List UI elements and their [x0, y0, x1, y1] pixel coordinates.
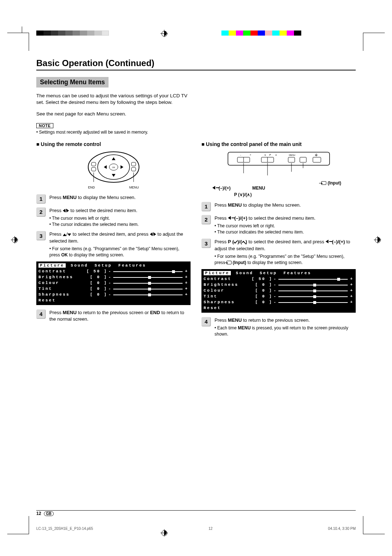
osd-tab: Features — [117, 263, 148, 268]
left-step-4: 4 Press MENU to return to the previous s… — [36, 309, 191, 322]
footer-meta: LC-13_15_20SH1E_E_P10-14.p65 12 04.10.4,… — [36, 527, 356, 531]
svg-text:+: + — [250, 154, 251, 156]
volume-icon — [212, 186, 217, 190]
step-text: Press MENU to display the Menu screen. — [49, 195, 136, 200]
column-remote: Using the remote control OK — [36, 141, 191, 341]
footer-timestamp: 04.10.4, 3:30 PM — [328, 527, 356, 531]
grayscale-bar — [36, 31, 109, 36]
step-text: Press (–)/(+) to select the desired menu… — [215, 215, 315, 221]
svg-rect-25 — [300, 157, 306, 162]
left-step-1: 1 Press MENU to display the Menu screen. — [36, 194, 191, 204]
panel-label-volume: (–)/(+) — [212, 185, 230, 191]
svg-text:∨: ∨ — [264, 154, 266, 156]
right-heading: Using the control panel of the main unit — [201, 141, 356, 147]
intro-para-2: See the next page for each Menu screen. — [36, 111, 196, 117]
input-icon — [321, 181, 326, 185]
right-step-3: 3 Press P ()/() to select the desired it… — [201, 239, 356, 265]
column-panel: Using the control panel of the main unit… — [201, 141, 356, 341]
step-text: Press MENU to return to the previous scr… — [215, 317, 310, 323]
crop-mark — [363, 516, 385, 534]
step-text: Press MENU to display the Menu screen. — [215, 202, 301, 208]
section-heading: Selecting Menu Items — [36, 77, 109, 88]
volume-icon — [228, 216, 233, 220]
step-number-icon: 2 — [36, 207, 46, 217]
footer-filename: LC-13_15_20SH1E_E_P10-14.p65 — [36, 527, 93, 531]
panel-illustration: -+ ∨P∧ MENU ⏻ — [224, 151, 333, 177]
svg-rect-7 — [91, 162, 96, 166]
step-text: Press P ()/() to select the desired item… — [215, 239, 350, 251]
step-bullet: Each time MENU is pressed, you will retu… — [215, 325, 356, 337]
osd-tab: Setup — [93, 263, 113, 268]
chevron-up-icon — [242, 241, 246, 245]
remote-illustration: OK — [85, 151, 143, 183]
remote-menu-label: MENU — [129, 186, 139, 189]
registration-mark — [11, 236, 18, 243]
intro-para-1: The menus can be used to adjust the vari… — [36, 93, 196, 106]
ok-label: OK — [112, 166, 115, 169]
step-number-icon: 3 — [36, 231, 46, 240]
left-heading: Using the remote control — [36, 141, 191, 147]
right-step-2: 2 Press (–)/(+) to select the desired me… — [201, 215, 356, 235]
footer-filepage: 12 — [208, 527, 212, 531]
step-text: Press MENU to return to the previous scr… — [49, 310, 184, 322]
registration-mark — [160, 30, 168, 37]
note-text: Settings most recently adjusted will be … — [36, 130, 356, 135]
remote-end-label: END — [88, 186, 95, 189]
input-icon — [226, 261, 232, 264]
osd-row: Colour[ 0 ]-+ — [38, 280, 188, 286]
svg-rect-9 — [131, 162, 136, 166]
osd-row: Tint[ 0 ]-+ — [204, 294, 354, 300]
step-bullet: The cursor indicates the selected menu i… — [49, 222, 191, 228]
crop-mark — [7, 33, 29, 51]
step-number-icon: 4 — [201, 317, 211, 326]
svg-text:∧: ∧ — [275, 154, 277, 156]
osd-row: Contrast[ 50 ]-+ — [204, 276, 354, 282]
step-bullet: For some items (e.g. "Programmes" on the… — [49, 246, 191, 258]
svg-text:P: P — [269, 154, 271, 156]
crop-mark — [7, 516, 29, 534]
step-number-icon: 1 — [36, 194, 46, 204]
crop-mark — [363, 33, 385, 51]
step-text: Press / to select the desired menu item. — [49, 208, 137, 213]
note-label: NOTE — [36, 123, 53, 128]
step-number-icon: 3 — [201, 239, 211, 248]
step-bullet: The cursor moves left or right. — [49, 215, 191, 222]
osd-row: Tint[ 0 ]-+ — [38, 286, 188, 292]
osd-tab: Sound — [234, 271, 255, 275]
footer-rule — [36, 510, 356, 511]
panel-label-program: P (∨)/(∧) — [234, 192, 252, 198]
osd-row: Brightness[ 0 ]-+ — [204, 282, 354, 288]
osd-tab: Picture — [38, 263, 66, 268]
svg-text:⏻: ⏻ — [315, 154, 318, 156]
lang-badge: GB — [44, 511, 54, 516]
osd-menu-picture: Picture Sound Setup Features Contrast[ 5… — [201, 269, 356, 313]
left-step-3: 3 Press / to select the desired item, an… — [36, 231, 191, 258]
svg-text:MENU: MENU — [289, 154, 295, 156]
osd-menu-picture: Picture Sound Setup Features Contrast[ 5… — [36, 261, 191, 305]
svg-rect-24 — [288, 157, 295, 162]
right-step-4: 4 Press MENU to return to the previous s… — [201, 317, 356, 337]
step-text: Press / to select the desired item, and … — [49, 231, 183, 243]
svg-rect-10 — [131, 167, 136, 171]
title-rule — [36, 70, 356, 70]
svg-rect-8 — [91, 167, 96, 171]
osd-row: Colour[ 0 ]-+ — [204, 288, 354, 294]
right-step-1: 1 Press MENU to display the Menu screen. — [201, 202, 356, 211]
volume-icon — [326, 240, 331, 243]
page-title: Basic Operation (Continued) — [36, 58, 356, 68]
color-bar — [221, 31, 301, 36]
osd-row: Brightness[ 0 ]-+ — [38, 275, 188, 280]
step-bullet: The cursor indicates the selected menu i… — [215, 229, 356, 235]
osd-tab: Features — [282, 271, 313, 275]
left-step-2: 2 Press / to select the desired menu ite… — [36, 207, 191, 228]
osd-row: Sharpness[ 0 ]-+ — [38, 292, 188, 298]
panel-label-menu: MENU — [252, 185, 265, 191]
page-number: 12 GB — [36, 511, 54, 516]
osd-tab: Setup — [258, 271, 278, 275]
osd-row: Sharpness[ 0 ]-+ — [204, 300, 354, 305]
step-number-icon: 2 — [201, 215, 211, 224]
panel-label-input: (Input) — [321, 180, 341, 186]
osd-reset: Reset — [204, 305, 247, 311]
step-number-icon: 4 — [36, 309, 46, 319]
svg-rect-26 — [313, 157, 321, 162]
